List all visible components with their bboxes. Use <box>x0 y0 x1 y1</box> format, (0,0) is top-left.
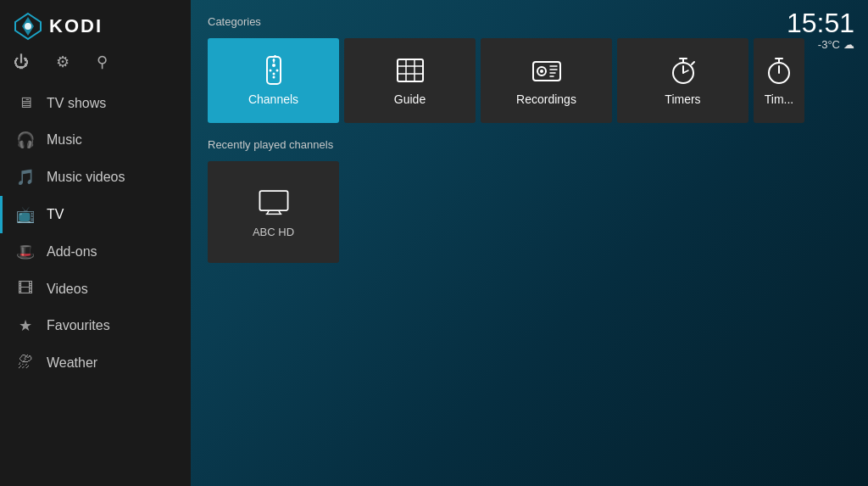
categories-section-title: Categories <box>208 15 851 28</box>
sidebar-label-music: Music <box>47 132 82 148</box>
guide-grid-icon <box>395 55 426 86</box>
sidebar: KODI ⏻ ⚙ ⚲ 🖥 TV shows 🎧 Music 🎵 Music vi… <box>0 0 191 486</box>
category-tile-timers[interactable]: Timers <box>617 38 748 123</box>
category-label-recordings: Recordings <box>516 92 576 106</box>
power-icon[interactable]: ⏻ <box>14 53 29 71</box>
settings-icon[interactable]: ⚙ <box>56 53 70 71</box>
weather-cloud-icon: ☁ <box>843 38 854 51</box>
main-content: 15:51 -3°C ☁ Categories Channels <box>191 0 868 486</box>
svg-rect-34 <box>259 191 287 210</box>
sidebar-item-music[interactable]: 🎧 Music <box>0 121 191 159</box>
music-icon: 🎧 <box>16 131 35 149</box>
channels-row: ABC HD <box>208 161 851 263</box>
svg-point-5 <box>272 64 275 67</box>
channel-tile-abc-hd[interactable]: ABC HD <box>208 161 339 263</box>
category-label-timers2: Tim... <box>765 92 793 106</box>
recordings-radio-icon <box>531 55 562 86</box>
svg-point-8 <box>272 73 275 75</box>
clock-weather: -3°C ☁ <box>787 38 854 51</box>
app-title: KODI <box>49 15 103 37</box>
weather-icon: ⛈ <box>16 354 35 371</box>
categories-row: Channels Guide Recor <box>208 38 851 123</box>
sidebar-item-tv[interactable]: 📺 TV <box>0 196 191 233</box>
category-label-timers: Timers <box>665 92 700 106</box>
svg-point-9 <box>272 76 275 79</box>
timers-stopwatch-icon <box>668 55 698 86</box>
channels-remote-icon <box>259 55 289 86</box>
category-tile-channels[interactable]: Channels <box>208 38 339 123</box>
sidebar-item-tv-shows[interactable]: 🖥 TV shows <box>0 85 191 121</box>
sidebar-label-weather: Weather <box>47 355 97 371</box>
category-tile-recordings[interactable]: Recordings <box>481 38 612 123</box>
category-label-guide: Guide <box>394 92 426 106</box>
channel-label-abc-hd: ABC HD <box>253 226 294 238</box>
kodi-logo-icon <box>14 12 42 41</box>
sidebar-item-videos[interactable]: 🎞 Videos <box>0 271 191 307</box>
svg-point-2 <box>25 23 31 30</box>
svg-point-7 <box>275 70 278 72</box>
svg-rect-12 <box>398 59 423 81</box>
svg-point-19 <box>540 70 543 73</box>
sidebar-label-videos: Videos <box>47 282 88 297</box>
music-videos-icon: 🎵 <box>16 168 35 187</box>
logo-area: KODI <box>0 0 191 49</box>
top-icons-bar: ⏻ ⚙ ⚲ <box>0 49 191 80</box>
abc-hd-tv-icon <box>259 187 289 217</box>
recently-played-title: Recently played channels <box>208 138 851 151</box>
sidebar-item-add-ons[interactable]: 🎩 Add-ons <box>0 233 191 271</box>
svg-line-29 <box>692 62 694 64</box>
sidebar-item-favourites[interactable]: ★ Favourites <box>0 307 191 344</box>
sidebar-label-tv-shows: TV shows <box>47 96 106 111</box>
videos-icon: 🎞 <box>16 280 35 298</box>
category-label-channels: Channels <box>248 92 298 106</box>
timers2-stopwatch-icon <box>764 55 794 86</box>
sidebar-label-add-ons: Add-ons <box>47 244 97 260</box>
sidebar-item-music-videos[interactable]: 🎵 Music videos <box>0 159 191 196</box>
clock-time: 15:51 <box>787 8 854 38</box>
temperature: -3°C <box>818 38 840 51</box>
sidebar-label-tv: TV <box>47 207 64 222</box>
favourites-icon: ★ <box>16 316 35 335</box>
tv-shows-icon: 🖥 <box>16 94 35 112</box>
search-icon[interactable]: ⚲ <box>97 53 108 71</box>
sidebar-nav: 🖥 TV shows 🎧 Music 🎵 Music videos 📺 TV 🎩… <box>0 80 191 486</box>
clock-area: 15:51 -3°C ☁ <box>787 8 854 51</box>
tv-icon: 📺 <box>16 205 35 224</box>
add-ons-icon: 🎩 <box>16 243 35 261</box>
sidebar-item-weather[interactable]: ⛈ Weather <box>0 344 191 381</box>
sidebar-label-favourites: Favourites <box>47 318 110 333</box>
category-tile-guide[interactable]: Guide <box>344 38 476 123</box>
sidebar-label-music-videos: Music videos <box>47 170 125 185</box>
svg-point-6 <box>269 70 271 72</box>
